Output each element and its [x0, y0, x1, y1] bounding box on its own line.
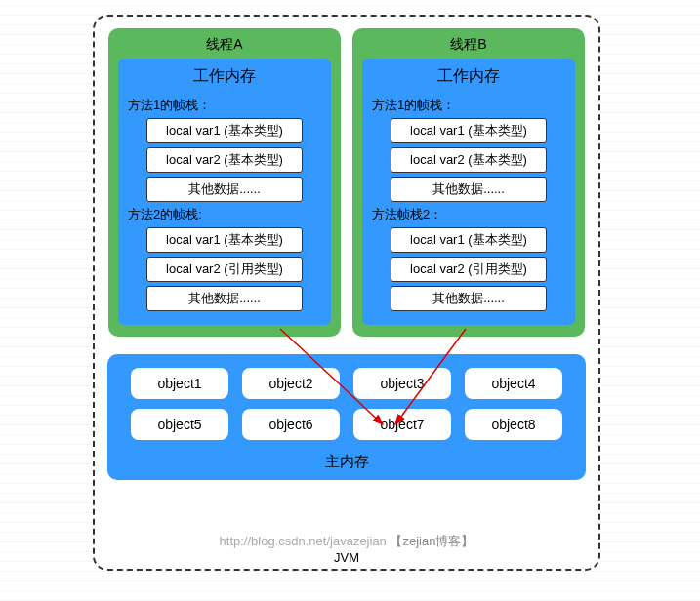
thread-b-title: 线程B [362, 34, 575, 59]
var-box-ref-a: local var2 (引用类型) [146, 257, 303, 282]
var-box: local var2 (基本类型) [146, 147, 303, 173]
var-box-ref-b: local var2 (引用类型) [391, 257, 547, 282]
object-row-2: object5 object6 object7 object8 [123, 409, 570, 440]
object3: object3 [353, 368, 451, 399]
var-box: local var1 (基本类型) [146, 227, 303, 253]
main-memory: object1 object2 object3 object4 object5 … [107, 354, 586, 480]
thread-a-box: 线程A 工作内存 方法1的帧栈： local var1 (基本类型) local… [108, 28, 341, 337]
thread-b-work-memory: 工作内存 方法1的帧栈： local var1 (基本类型) local var… [362, 59, 575, 325]
thread-a-title: 线程A [118, 34, 331, 59]
object7: object7 [353, 409, 451, 440]
var-box: 其他数据...... [391, 286, 547, 311]
var-box: local var2 (基本类型) [391, 147, 547, 173]
blog-url: http://blog.csdn.net/javazejian [220, 534, 387, 548]
var-box: 其他数据...... [391, 177, 547, 202]
frame2-label-b: 方法帧栈2： [372, 206, 565, 223]
jvm-container: 线程A 工作内存 方法1的帧栈： local var1 (基本类型) local… [93, 15, 600, 571]
thread-a-work-memory: 工作内存 方法1的帧栈： local var1 (基本类型) local var… [118, 59, 331, 325]
frame2-label-a: 方法2的帧栈: [128, 206, 321, 223]
object6: object6 [242, 409, 340, 440]
var-box: local var1 (基本类型) [391, 118, 547, 143]
var-box: 其他数据...... [146, 286, 303, 311]
object2: object2 [242, 368, 340, 399]
footer: http://blog.csdn.net/javazejian 【zejian博… [95, 533, 598, 565]
object5: object5 [131, 409, 228, 440]
var-box: 其他数据...... [146, 177, 303, 202]
threads-row: 线程A 工作内存 方法1的帧栈： local var1 (基本类型) local… [106, 28, 587, 337]
frame1-label-b: 方法1的帧栈： [372, 97, 565, 114]
frame1-label-a: 方法1的帧栈： [128, 97, 321, 114]
object8: object8 [465, 409, 562, 440]
blog-name: 【zejian博客】 [390, 534, 474, 548]
object1: object1 [131, 368, 228, 399]
var-box: local var1 (基本类型) [146, 118, 303, 143]
object4: object4 [465, 368, 562, 399]
object-row-1: object1 object2 object3 object4 [123, 368, 570, 399]
work-memory-title-a: 工作内存 [128, 64, 321, 93]
var-box: local var1 (基本类型) [391, 227, 547, 253]
thread-b-box: 线程B 工作内存 方法1的帧栈： local var1 (基本类型) local… [352, 28, 585, 337]
work-memory-title-b: 工作内存 [372, 64, 565, 93]
jvm-label: JVM [334, 550, 359, 565]
main-memory-title: 主内存 [123, 450, 570, 474]
